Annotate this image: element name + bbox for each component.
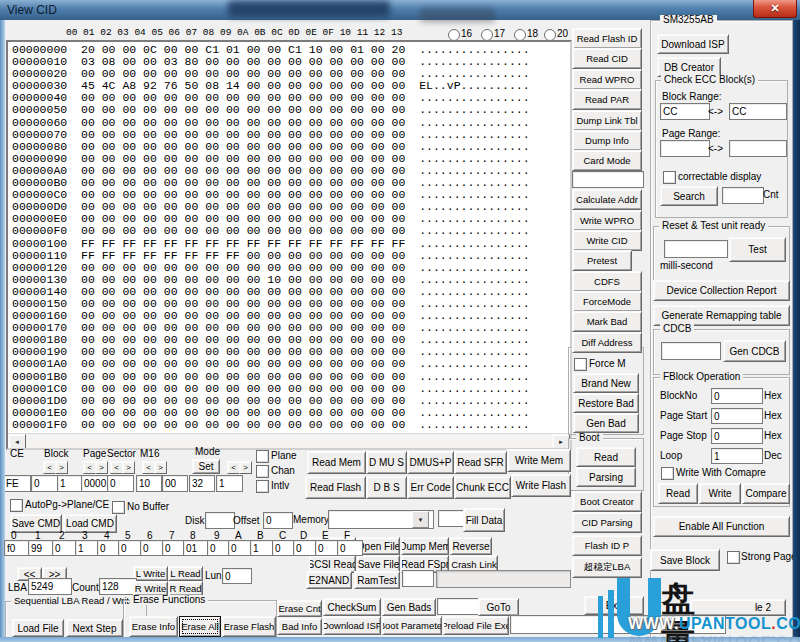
block-field-2[interactable]: 1 (57, 475, 84, 492)
block-spin-next[interactable]: > (55, 461, 68, 474)
rc-read-wpro-button[interactable]: Read WPRO (572, 69, 642, 90)
test-button[interactable]: Test (729, 237, 786, 262)
download-isp-button[interactable]: Download ISP (657, 34, 729, 54)
write-flash-button[interactable]: Write Flash (511, 474, 571, 497)
read-flash-button[interactable]: Read Flash (305, 476, 366, 499)
erase-info-button[interactable]: Erase Info (129, 616, 178, 637)
hexgrid-field-0[interactable]: f0 (4, 540, 30, 556)
read-sfr-button[interactable]: Read SFR (454, 451, 507, 474)
chunk-ecc-button[interactable]: Chunk ECC (454, 476, 511, 499)
next-step-button[interactable]: Next Step (66, 619, 123, 637)
obscured-button[interactable]: le 2 (690, 599, 786, 616)
download-isp2-button[interactable]: Download ISP (323, 616, 381, 635)
hexgrid-field-1[interactable]: 99 (28, 540, 54, 556)
rc-read-cid-button[interactable]: Read CID (572, 48, 642, 69)
hexgrid-field-8[interactable]: 01 (183, 540, 209, 556)
fblock-write-button[interactable]: Write (699, 483, 741, 504)
milli-second-field[interactable] (664, 240, 728, 258)
hex-hscrollbar[interactable]: ◄ ► (8, 433, 570, 448)
block-to-field[interactable]: CC (729, 103, 787, 120)
lun-field[interactable]: 0 (222, 568, 252, 584)
device-collection-report-button[interactable]: Device Collection Report (653, 280, 790, 301)
autopg-checkbox[interactable] (10, 499, 23, 512)
m16-field-2[interactable]: 00 (162, 475, 188, 492)
rc-lba-button[interactable]: 超稳定LBA (572, 557, 642, 578)
save-block-button[interactable]: Save Block (650, 549, 720, 571)
count-field[interactable]: 128 (99, 578, 137, 595)
search-button[interactable]: Search (660, 186, 718, 206)
scroll-left-button[interactable]: ◄ (8, 434, 26, 449)
force-m-checkbox[interactable] (574, 358, 587, 371)
hexgrid-field-F[interactable]: 0 (337, 540, 363, 556)
gen-cdcb-button[interactable]: Gen CDCB (723, 340, 786, 362)
rc-cid-parsing-button[interactable]: CID Parsing (572, 512, 642, 533)
brand-new-button[interactable]: Brand New (573, 373, 639, 393)
boot-read-button[interactable]: Read (576, 447, 636, 467)
plane-checkbox[interactable] (256, 450, 269, 463)
exit-button[interactable]: Exit (584, 596, 644, 615)
mode-field-1[interactable]: 32 (189, 475, 215, 492)
offset-field[interactable]: 0 (263, 512, 293, 529)
rc-write-cid-button[interactable]: Write CID (572, 230, 642, 251)
l-read-button[interactable]: L Read (168, 566, 203, 581)
e2nand-button[interactable]: E2NAND (306, 571, 352, 589)
rc-pretest-button[interactable]: Pretest (572, 250, 632, 271)
m16-field-1[interactable]: 10 (136, 475, 162, 492)
rc-calculate-addr-button[interactable]: Calculate Addr (572, 189, 642, 210)
restore-bad-button[interactable]: Restore Bad (573, 393, 639, 413)
boot-parsing-button[interactable]: Parsing (576, 467, 636, 487)
page-field[interactable]: 0000 (81, 475, 108, 492)
disk-field[interactable] (205, 512, 235, 529)
reverse-button[interactable]: Reverse (450, 537, 492, 555)
lba-field[interactable]: 5249 (28, 578, 72, 595)
cdcb-field[interactable] (661, 342, 721, 360)
goto-button[interactable]: GoTo (478, 598, 519, 616)
read-mem-button[interactable]: Read Mem (307, 451, 366, 474)
mode-field-2[interactable]: 1 (216, 475, 243, 492)
write-with-compare-checkbox[interactable] (661, 467, 674, 480)
enable-all-function-button[interactable]: Enable All Function (653, 516, 790, 537)
bottom-field[interactable] (510, 615, 726, 634)
memory-dropdown-arrow[interactable]: ▼ (412, 511, 429, 528)
ce-field[interactable]: FE (3, 475, 31, 492)
page-stop-field[interactable]: 0 (711, 428, 763, 444)
checksum-button[interactable]: CheckSum (323, 598, 381, 616)
goto-field[interactable] (437, 598, 481, 615)
small-field[interactable] (402, 570, 434, 587)
sector-spin-next[interactable]: > (122, 461, 135, 474)
boot-parameter-button[interactable]: Boot Parameter (382, 616, 442, 635)
erase-flash-button[interactable]: Erase Flash (222, 616, 276, 637)
page-start-field[interactable]: 0 (711, 408, 763, 424)
preload-file-exe-button[interactable]: Preload File Exe (443, 616, 509, 635)
blockno-field[interactable]: 0 (711, 388, 763, 404)
dbs-button[interactable]: D B S (366, 476, 407, 499)
cnt-field[interactable] (722, 187, 764, 204)
hex-dump-view[interactable]: 00000000 20 00 00 0C 00 00 C1 01 00 00 C… (6, 40, 572, 450)
mode-spin-next[interactable]: > (239, 461, 252, 474)
rc-read-par-button[interactable]: Read PAR (572, 89, 642, 110)
load-file-button[interactable]: Load File (12, 619, 64, 637)
open-file-button[interactable]: Open File (357, 537, 400, 555)
dump-mem-button[interactable]: Dump Mem (401, 537, 449, 555)
err-code-button[interactable]: Err Code (407, 476, 454, 499)
rc-field[interactable] (572, 171, 644, 188)
rc-forcemode-button[interactable]: ForceMode (572, 291, 642, 312)
l-write-button[interactable]: L Write (133, 566, 168, 581)
block-field-1[interactable]: 0 (31, 475, 58, 492)
sector-field[interactable]: 0 (107, 475, 134, 492)
mode-set-button[interactable]: Set (192, 459, 220, 474)
gen-bad-button[interactable]: Gen Bad (573, 413, 639, 433)
close-button[interactable]: ✕ (753, 0, 797, 18)
loop-field[interactable]: 1 (711, 448, 763, 464)
rc-cdfs-button[interactable]: CDFS (572, 271, 642, 292)
rc-card-mode-button[interactable]: Card Mode (572, 150, 642, 171)
bad-info-button[interactable]: Bad Info (277, 618, 322, 635)
rc-dump-link-tbl-button[interactable]: Dump Link Tbl (572, 110, 642, 131)
dmus-button[interactable]: D MU S (366, 451, 407, 474)
dmusp-button[interactable]: DMUS+P (407, 451, 454, 474)
rc-dump-info-button[interactable]: Dump Info (572, 130, 642, 151)
rc-flash-id-p-button[interactable]: Flash ID P (572, 535, 642, 556)
page-spin-next[interactable]: > (95, 461, 108, 474)
page-to-field[interactable] (729, 140, 787, 157)
rc-diff-address-button[interactable]: Diff Address (572, 332, 642, 353)
